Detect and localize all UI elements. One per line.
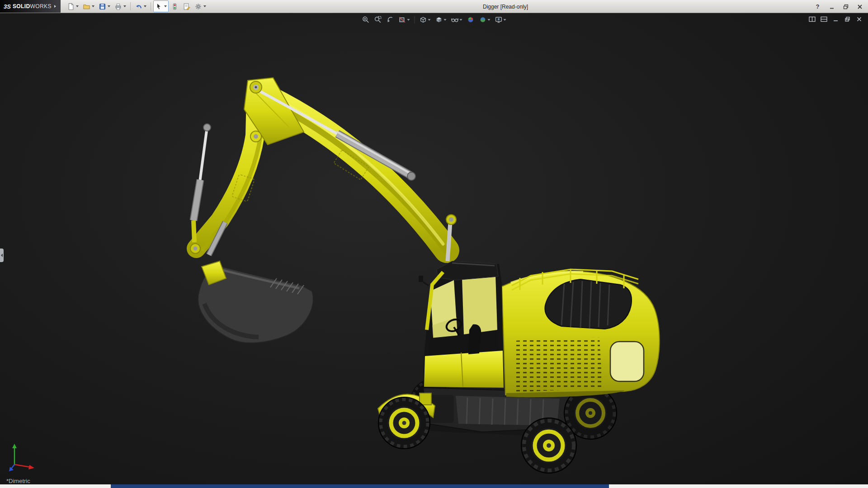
toolbar-separator xyxy=(130,2,131,10)
restore-icon xyxy=(843,4,849,9)
toolbar-separator xyxy=(151,2,151,10)
solidworks-window: 3S SOLIDWORKS xyxy=(0,0,868,488)
seat xyxy=(468,324,481,354)
main-toolbar xyxy=(61,0,208,12)
taskbar-right-segment xyxy=(609,484,868,488)
rebuild-button[interactable] xyxy=(169,0,180,12)
menu-expand-arrow-icon[interactable] xyxy=(54,5,56,8)
save-floppy-icon xyxy=(99,3,106,10)
dropdown-arrow-icon[interactable] xyxy=(144,5,146,7)
help-button[interactable]: ? xyxy=(814,3,821,10)
taskbar-left-segment xyxy=(0,484,111,488)
restore-button[interactable] xyxy=(842,3,849,10)
close-icon xyxy=(857,4,863,9)
undo-arrow-icon xyxy=(135,3,142,10)
title-bar: 3S SOLIDWORKS xyxy=(0,0,868,13)
gear-icon xyxy=(194,3,202,10)
cab-side-window xyxy=(462,275,497,334)
select-cursor-icon xyxy=(155,3,163,10)
bucket xyxy=(198,261,313,343)
print-button[interactable] xyxy=(113,0,128,12)
wheel-front-left xyxy=(378,397,430,449)
dropdown-arrow-icon[interactable] xyxy=(76,5,79,7)
open-folder-icon xyxy=(83,3,90,10)
file-properties-icon xyxy=(183,3,190,10)
window-title: Digger [Read-only] xyxy=(483,0,528,13)
window-controls: ? xyxy=(814,0,863,13)
mirror xyxy=(419,276,423,282)
dropdown-arrow-icon[interactable] xyxy=(92,5,94,7)
select-button[interactable] xyxy=(153,0,169,12)
options-button[interactable] xyxy=(193,0,208,12)
new-button[interactable] xyxy=(65,0,80,12)
cab xyxy=(419,261,504,388)
solidworks-wordmark: SOLIDWORKS xyxy=(13,3,52,9)
undo-button[interactable] xyxy=(133,0,148,12)
dassault-3s-logo-icon: 3S xyxy=(4,3,11,10)
wheel-front-right xyxy=(521,418,576,473)
dropdown-arrow-icon[interactable] xyxy=(108,5,110,7)
engine-cover xyxy=(545,279,632,329)
side-vent-grille xyxy=(514,337,602,392)
print-icon xyxy=(114,3,122,10)
open-button[interactable] xyxy=(81,0,96,12)
upper-body xyxy=(502,269,660,397)
rear-side-window xyxy=(610,342,644,381)
minimize-icon xyxy=(829,4,835,9)
minimize-button[interactable] xyxy=(828,3,835,10)
orientation-triad xyxy=(7,439,41,473)
stoplight-icon xyxy=(171,3,179,10)
digger-model[interactable] xyxy=(0,14,868,484)
taskbar-active-window-segment[interactable] xyxy=(111,484,609,488)
close-button[interactable] xyxy=(856,3,863,10)
view-orientation-label: *Dimetric xyxy=(6,478,30,484)
dropdown-arrow-icon[interactable] xyxy=(203,5,206,7)
graphics-viewport[interactable]: *Dimetric xyxy=(0,14,868,484)
cab-lower-panel xyxy=(424,351,504,388)
new-document-icon xyxy=(67,3,75,10)
taskbar-strip xyxy=(0,484,868,488)
dropdown-arrow-icon[interactable] xyxy=(164,5,167,7)
x-axis xyxy=(14,465,31,467)
solidworks-logo: 3S SOLIDWORKS xyxy=(0,0,61,13)
save-button[interactable] xyxy=(97,0,112,12)
file-properties-button[interactable] xyxy=(181,0,192,12)
dropdown-arrow-icon[interactable] xyxy=(123,5,126,7)
